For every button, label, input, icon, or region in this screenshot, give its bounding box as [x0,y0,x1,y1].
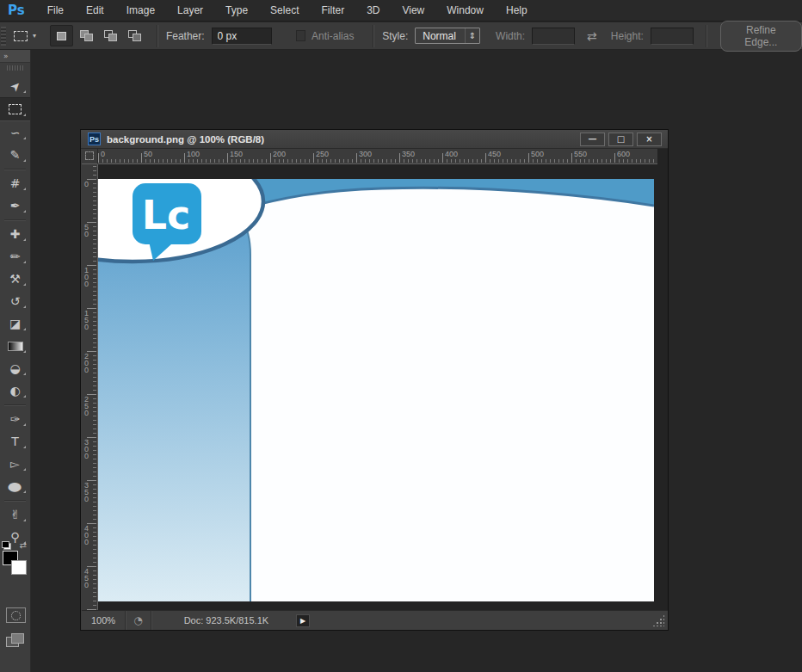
intersect-selection-button[interactable] [124,26,145,46]
brush-tool[interactable]: ✏ [0,245,30,268]
menu-3d[interactable]: 3D [355,0,391,21]
menu-select[interactable]: Select [259,0,310,21]
move-icon: ➤ [7,78,22,94]
ruler-v-label: 350 [84,482,91,502]
history-brush-tool[interactable]: ↺ [0,290,30,312]
crop-tool[interactable]: # [0,172,30,194]
healing-brush-tool[interactable]: ✚ [0,223,30,245]
menu-type[interactable]: Type [214,0,259,21]
anti-alias-checkbox[interactable] [296,30,305,41]
quick-mask-button[interactable] [6,607,26,623]
tool-preset-button[interactable]: ▾ [14,31,36,41]
ruler-v-label: 250 [84,396,91,416]
feather-label: Feather: [166,30,205,42]
zoom-icon: ⚲ [10,531,19,543]
ruler-h-label: 150 [230,150,243,158]
ruler-h-label: 250 [316,150,329,158]
menu-layer[interactable]: Layer [166,0,214,21]
path-selection-tool[interactable]: ▻ [0,453,30,475]
spinner-arrows-icon: ⇕ [465,28,479,43]
rectangular-marquee-icon [9,104,22,114]
ruler-h-label: 450 [488,150,501,158]
divider [373,25,373,47]
screen-mode-button[interactable] [6,633,25,648]
hand-tool[interactable]: ✌ [0,503,30,526]
quick-selection-tool[interactable]: ✎ [0,144,30,166]
lasso-tool[interactable]: ∽ [0,121,30,144]
ruler-h-label: 600 [617,150,630,158]
pen-tool[interactable]: ✑ [0,408,30,430]
default-colors-icon[interactable] [3,543,11,550]
subtract-from-selection-button[interactable] [100,26,121,46]
dodge-icon: ◐ [9,385,20,397]
ellipse-tool[interactable]: ● [0,475,30,497]
blur-tool[interactable]: ◒ [0,357,30,379]
menu-bar-items: FileEditImageLayerTypeSelectFilter3DView… [36,0,539,21]
document-window: Ps background.png @ 100% (RGB/8) —□× 050… [80,129,669,631]
eraser-tool[interactable]: ◪ [0,312,30,335]
vertical-ruler[interactable]: 050100150200250300350400450 [82,164,98,610]
status-indicator-icon[interactable]: ◔ [126,611,151,630]
zoom-level[interactable]: 100% [82,611,126,630]
clone-stamp-tool[interactable]: ⚒ [0,268,30,290]
status-menu-button[interactable]: ▶ [296,614,310,627]
window-controls: —□× [580,133,662,146]
new-selection-button[interactable] [50,25,73,46]
options-bar: ▾ Feather: Anti-alias Style: Normal ⇕ Wi… [0,22,802,50]
selection-mode-group [50,25,145,46]
toolbar-collapse-button[interactable]: » [0,50,30,63]
gradient-tool[interactable] [0,335,30,357]
menu-help[interactable]: Help [495,0,539,21]
color-swatches: ⇄ [0,542,31,576]
refine-edge-button[interactable]: Refine Edge... [720,21,802,52]
width-input[interactable] [532,28,575,45]
ruler-v-label: 200 [84,353,91,373]
menu-edit[interactable]: Edit [75,0,115,21]
rectangular-marquee-tool[interactable] [0,97,30,121]
ruler-v-label: 300 [84,439,91,459]
ruler-h-label: 300 [359,150,372,158]
ruler-origin-button[interactable] [82,149,98,164]
type-tool[interactable]: T [0,430,30,453]
dodge-tool[interactable]: ◐ [0,379,30,402]
options-bar-grip[interactable] [1,27,6,46]
status-bar: 100% ◔ Doc: 923.5K/815.1K ▶ [82,610,668,630]
style-dropdown[interactable]: Normal ⇕ [415,28,480,44]
ruler-h-label: 550 [574,150,587,158]
menu-bar: Ps FileEditImageLayerTypeSelectFilter3DV… [0,0,802,22]
minimize-button[interactable]: — [580,133,605,146]
canvas[interactable]: Lc [98,179,654,601]
document-title-bar[interactable]: Ps background.png @ 100% (RGB/8) —□× [81,130,668,149]
add-to-selection-button[interactable] [76,26,97,46]
healing-brush-icon: ✚ [10,228,21,240]
divider [157,25,157,47]
path-selection-icon: ▻ [10,458,20,470]
ruler-h-label: 400 [445,150,458,158]
background-color-swatch[interactable] [11,560,27,575]
maximize-button[interactable]: □ [608,133,633,146]
menu-filter[interactable]: Filter [310,0,355,21]
ruler-h-label: 350 [402,150,415,158]
marquee-icon [14,31,28,41]
move-tool[interactable]: ➤ [0,75,30,97]
toolbar-grip[interactable] [0,63,30,73]
close-button[interactable]: × [637,133,662,146]
canvas-artwork: Lc [98,179,654,601]
crop-icon: # [10,177,21,189]
menu-view[interactable]: View [391,0,435,21]
anti-alias-label: Anti-alias [312,30,354,42]
ruler-h-label: 0 [101,150,105,158]
horizontal-ruler[interactable]: 050100150200250300350400450500550600 [98,149,657,164]
tool-bar: » ➤∽✎#✒✚✏⚒↺◪◒◐✑T▻●✌⚲ ⇄ [0,50,31,672]
menu-image[interactable]: Image [115,0,166,21]
menu-file[interactable]: File [36,0,75,21]
height-input[interactable] [651,28,694,45]
menu-window[interactable]: Window [435,0,495,21]
eyedropper-tool[interactable]: ✒ [0,194,30,217]
eraser-icon: ◪ [9,318,21,330]
ruler-h-label: 500 [531,150,544,158]
screen-rect-icon [11,633,24,644]
feather-input[interactable] [212,28,272,45]
swap-dimensions-icon[interactable]: ⇄ [587,29,597,43]
swap-colors-icon[interactable]: ⇄ [20,540,27,550]
